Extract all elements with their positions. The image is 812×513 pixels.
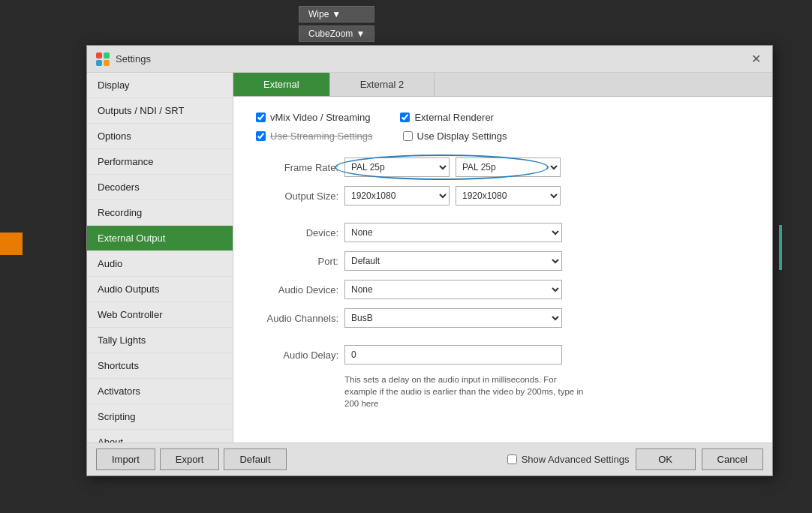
audio-delay-hint: This sets a delay on the audio input in …	[344, 374, 585, 410]
external-renderer-text: External Renderer	[414, 112, 494, 123]
use-streaming-settings-label[interactable]: Use Streaming Settings	[256, 130, 373, 142]
tab-external-2[interactable]: External 2	[330, 73, 435, 96]
audio-delay-hint-row: This sets a delay on the audio input in …	[256, 374, 750, 410]
port-label: Port:	[256, 256, 338, 267]
green-indicator-bar	[779, 225, 782, 270]
frame-rate-select-2[interactable]: PAL 25p	[456, 158, 561, 177]
default-button[interactable]: Default	[224, 448, 286, 470]
dialog-body: Display Outputs / NDI / SRT Options Perf…	[87, 73, 772, 442]
show-advanced-label[interactable]: Show Advanced Settings	[507, 454, 630, 465]
bottom-left-buttons: Import Export Default	[96, 448, 287, 470]
show-advanced-text: Show Advanced Settings	[522, 454, 630, 465]
import-button[interactable]: Import	[96, 448, 155, 470]
audio-channels-select[interactable]: BusB	[344, 308, 562, 328]
sidebar-item-tally-lights[interactable]: Tally Lights	[87, 328, 233, 353]
device-row: Device: None	[256, 223, 750, 242]
dialog-title-text: Settings	[116, 53, 151, 64]
sidebar-item-outputs-ndi-srt[interactable]: Outputs / NDI / SRT	[87, 98, 233, 124]
sidebar-item-scripting[interactable]: Scripting	[87, 404, 233, 430]
icon-cell-2	[104, 52, 110, 58]
audio-delay-row: Audio Delay: 0	[256, 345, 750, 364]
audio-device-select[interactable]: None	[344, 280, 562, 299]
use-display-settings-label[interactable]: Use Display Settings	[403, 130, 507, 142]
divider-2	[256, 214, 750, 215]
use-streaming-settings-checkbox[interactable]	[256, 131, 266, 141]
cubezoom-arrow: ▼	[356, 28, 365, 39]
port-select[interactable]: Default	[344, 251, 562, 271]
orange-indicator-bar	[0, 232, 23, 255]
vmix-video-streaming-text: vMix Video / Streaming	[270, 112, 370, 123]
bottom-bar: Import Export Default Show Advanced Sett…	[87, 442, 772, 476]
vmix-video-streaming-label[interactable]: vMix Video / Streaming	[256, 112, 370, 123]
tab-external[interactable]: External	[233, 73, 330, 96]
icon-cell-1	[96, 52, 102, 58]
close-button[interactable]: ✕	[748, 52, 763, 67]
checkbox-row-2: Use Streaming Settings Use Display Setti…	[256, 130, 750, 142]
audio-delay-label: Audio Delay:	[256, 350, 338, 361]
audio-channels-label: Audio Channels:	[256, 313, 338, 324]
output-size-label: Output Size:	[256, 190, 338, 202]
sidebar-item-activators[interactable]: Activators	[87, 379, 233, 404]
use-streaming-settings-text: Use Streaming Settings	[270, 130, 373, 142]
show-advanced-checkbox[interactable]	[507, 454, 517, 464]
output-size-select-1[interactable]: 1920x1080	[344, 186, 450, 206]
sidebar-item-shortcuts[interactable]: Shortcuts	[87, 353, 233, 379]
sidebar-item-display[interactable]: Display	[87, 73, 233, 98]
icon-cell-3	[96, 60, 102, 66]
bg-buttons-area: Wipe ▼ CubeZoom ▼	[293, 0, 380, 48]
audio-delay-input[interactable]: 0	[344, 345, 562, 364]
output-size-row: Output Size: 1920x1080 1920x1080	[256, 186, 750, 206]
divider-1	[256, 149, 750, 150]
ok-button[interactable]: OK	[636, 448, 696, 470]
sidebar-item-audio[interactable]: Audio	[87, 251, 233, 277]
tabs-bar: External External 2	[233, 73, 772, 97]
frame-rate-row: Frame Rate: PAL 25p PAL 25p	[256, 158, 750, 177]
wipe-label: Wipe	[308, 9, 329, 20]
dialog-titlebar: Settings ✕	[87, 46, 772, 73]
export-button[interactable]: Export	[160, 448, 220, 470]
main-content: External External 2 vMix Video / Streami…	[233, 73, 772, 442]
external-renderer-checkbox[interactable]	[400, 112, 410, 122]
bottom-right-area: Show Advanced Settings OK Cancel	[507, 448, 763, 470]
sidebar-item-recording[interactable]: Recording	[87, 200, 233, 226]
cubezoom-label: CubeZoom	[308, 28, 353, 39]
device-select[interactable]: None	[344, 223, 562, 242]
audio-device-label: Audio Device:	[256, 284, 338, 296]
sidebar-item-external-output[interactable]: External Output	[87, 226, 233, 251]
icon-cell-4	[104, 60, 110, 66]
settings-dialog: Settings ✕ Display Outputs / NDI / SRT O…	[86, 45, 773, 476]
cubezoom-button[interactable]: CubeZoom ▼	[299, 26, 374, 42]
settings-grid-icon	[96, 52, 110, 66]
device-label: Device:	[256, 227, 338, 238]
frame-rate-select-1[interactable]: PAL 25p	[344, 158, 450, 177]
sidebar-item-options[interactable]: Options	[87, 124, 233, 149]
port-row: Port: Default	[256, 251, 750, 271]
content-area: vMix Video / Streaming External Renderer…	[233, 97, 772, 442]
wipe-button[interactable]: Wipe ▼	[299, 6, 374, 22]
sidebar-item-performance[interactable]: Performance	[87, 149, 233, 175]
sidebar-item-audio-outputs[interactable]: Audio Outputs	[87, 277, 233, 302]
external-renderer-label[interactable]: External Renderer	[400, 112, 494, 123]
checkbox-row-1: vMix Video / Streaming External Renderer	[256, 112, 750, 123]
cancel-button[interactable]: Cancel	[702, 448, 763, 470]
dialog-title-area: Settings	[96, 52, 151, 66]
sidebar-item-web-controller[interactable]: Web Controller	[87, 302, 233, 328]
sidebar-item-decoders[interactable]: Decoders	[87, 175, 233, 200]
divider-3	[256, 337, 750, 338]
audio-channels-row: Audio Channels: BusB	[256, 308, 750, 328]
use-display-settings-text: Use Display Settings	[417, 130, 507, 142]
sidebar-item-about[interactable]: About	[87, 430, 233, 442]
frame-rate-label: Frame Rate:	[256, 162, 338, 173]
audio-device-row: Audio Device: None	[256, 280, 750, 299]
wipe-arrow: ▼	[332, 9, 341, 20]
sidebar: Display Outputs / NDI / SRT Options Perf…	[87, 73, 233, 442]
output-size-select-2[interactable]: 1920x1080	[456, 186, 561, 206]
vmix-video-streaming-checkbox[interactable]	[256, 112, 266, 122]
use-display-settings-checkbox[interactable]	[403, 131, 413, 141]
